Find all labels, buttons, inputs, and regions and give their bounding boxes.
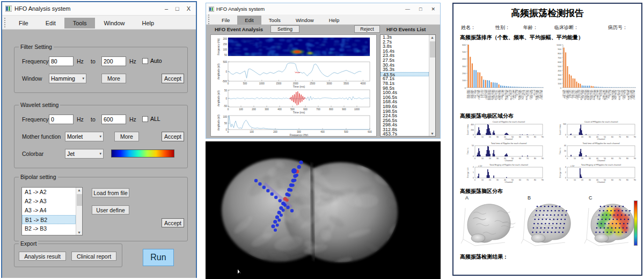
- brain-3d-view[interactable]: [206, 141, 441, 279]
- clinical-report-page: 高频振荡检测报告 姓名： 性别： 年龄： 临床诊断： 病历号： 高频振荡排序（个…: [452, 3, 642, 276]
- svg-text:0: 0: [473, 177, 474, 179]
- list-item[interactable]: A2 -> A3: [22, 197, 76, 206]
- svg-text:50: 50: [224, 54, 228, 56]
- bipolar-accept-button[interactable]: Accept: [162, 218, 184, 227]
- svg-text:4: 4: [565, 166, 566, 168]
- svg-text:500: 500: [243, 82, 247, 85]
- svg-text:100: 100: [250, 131, 254, 133]
- filter-frequency-label: Frequency: [22, 58, 49, 65]
- svg-text:60: 60: [611, 136, 613, 138]
- svg-text:600: 600: [368, 131, 372, 133]
- wavelet-freq-to-input[interactable]: [101, 115, 126, 124]
- svg-text:200: 200: [223, 38, 227, 40]
- svg-text:100: 100: [239, 108, 243, 111]
- minimize-button[interactable]: —: [405, 6, 410, 12]
- list-item[interactable]: B2 -> B3: [22, 224, 76, 233]
- svg-text:800: 800: [558, 52, 561, 55]
- analysis-result-button[interactable]: Analysis result: [19, 252, 66, 261]
- menu-item-file[interactable]: File: [10, 18, 37, 28]
- filter-accept-button[interactable]: Accept: [162, 74, 184, 83]
- wavelet-freq-from-input[interactable]: [49, 115, 74, 124]
- svg-text:20: 20: [489, 158, 491, 160]
- svg-text:10: 10: [574, 179, 576, 181]
- menu-item-tools[interactable]: Tools: [64, 18, 96, 28]
- scroll-up-icon[interactable]: ▲: [430, 35, 434, 40]
- svg-text:0: 0: [474, 158, 475, 160]
- scrollbar-thumb[interactable]: [77, 194, 82, 206]
- svg-text:1000: 1000: [259, 82, 265, 85]
- setting-button[interactable]: Setting: [270, 25, 299, 33]
- wavelet-accept-button[interactable]: Accept: [162, 132, 184, 141]
- list-item[interactable]: A1 -> A2: [22, 188, 76, 197]
- wavelet-mother-combo[interactable]: Morlet ▾: [65, 132, 104, 141]
- list-item[interactable]: 453.7s: [380, 132, 429, 137]
- left-window-body: Filter Setting Frequency Hz to Hz Auto W…: [2, 30, 196, 278]
- ranking-chart-left: 0100200300400500600P3B1-P3B2P3B2-P3B3P3B…: [456, 41, 548, 110]
- load-from-file-button[interactable]: Load from file: [92, 188, 129, 197]
- reject-button[interactable]: Reject: [354, 25, 380, 33]
- hist-ripple-time: Total time of Ripples for each channel05…: [462, 141, 547, 162]
- export-group: Export Analysis result Clinical report: [14, 244, 122, 267]
- svg-text:900: 900: [342, 108, 346, 111]
- svg-text:Channel: Channel: [505, 138, 513, 140]
- svg-text:300: 300: [462, 65, 466, 68]
- menu-item-edit[interactable]: Edit: [37, 18, 64, 28]
- menu-item-help[interactable]: Help: [134, 18, 163, 28]
- minimize-button[interactable]: –: [165, 5, 168, 12]
- list-item[interactable]: A3 -> A4: [22, 206, 76, 215]
- svg-text:80: 80: [626, 158, 628, 160]
- filter-to-label: to: [91, 58, 96, 65]
- svg-text:400: 400: [462, 58, 466, 60]
- bipolar-listbox[interactable]: A1 -> A2A2 -> A3A3 -> A4B1 -> B2B2 -> B3…: [21, 187, 83, 235]
- events-listbox[interactable]: 1.3s2.7s3.8s16.4s23.4s27.5s30.4s35.3s43.…: [380, 34, 436, 137]
- list-item[interactable]: 35.3s: [380, 67, 429, 72]
- filter-freq-from-input[interactable]: [49, 56, 74, 66]
- menu-item-tools[interactable]: Tools: [261, 16, 288, 25]
- filter-auto-checkbox[interactable]: Auto: [142, 58, 162, 64]
- left-menubar: FileEditToolsWindowHelp: [2, 16, 196, 30]
- bipolar-scrollbar[interactable]: ▲ ▼: [76, 188, 82, 235]
- clinical-report-button[interactable]: Clinical report: [71, 252, 116, 261]
- scroll-down-icon[interactable]: ▼: [77, 230, 81, 235]
- filter-freq-to-input[interactable]: [101, 56, 126, 66]
- events-scrollbar[interactable]: ▲ ▼: [429, 35, 435, 136]
- wavelet-colorbar-combo[interactable]: Jet ▾: [65, 149, 104, 159]
- menu-item-help[interactable]: Help: [321, 16, 347, 25]
- section-electrode-dist: 高频振荡电极区域分布: [460, 112, 514, 120]
- svg-text:400: 400: [558, 69, 561, 72]
- svg-text:100: 100: [223, 116, 227, 118]
- menu-item-file[interactable]: File: [214, 16, 237, 25]
- filter-more-button[interactable]: More: [101, 74, 126, 83]
- svg-text:50: 50: [224, 122, 228, 125]
- user-define-button[interactable]: User define: [92, 205, 129, 214]
- menu-item-edit[interactable]: Edit: [237, 16, 261, 25]
- list-item[interactable]: B1 -> B2: [22, 215, 76, 224]
- scrollbar-thumb[interactable]: [430, 41, 435, 58]
- svg-text:90: 90: [541, 179, 544, 181]
- filter-window-combo[interactable]: Hamming ▾: [49, 74, 86, 83]
- maximize-button[interactable]: □: [175, 5, 179, 12]
- menu-item-window[interactable]: Window: [288, 16, 321, 25]
- run-button[interactable]: Run: [143, 249, 174, 266]
- wavelet-more-button[interactable]: More: [114, 132, 139, 141]
- close-button[interactable]: X: [187, 5, 191, 12]
- close-button[interactable]: ✕: [431, 6, 435, 12]
- svg-text:60: 60: [611, 179, 613, 181]
- mid-titlebar[interactable]: HFO Analysis system — □ ✕: [206, 3, 440, 15]
- svg-text:90: 90: [634, 158, 636, 160]
- svg-text:500: 500: [558, 65, 561, 68]
- scroll-up-icon[interactable]: ▲: [77, 188, 81, 192]
- svg-text:300: 300: [265, 108, 269, 111]
- wavelet-hz2-label: Hz: [129, 116, 136, 123]
- scroll-down-icon[interactable]: ▼: [430, 131, 434, 136]
- svg-text:0: 0: [225, 70, 227, 73]
- left-titlebar[interactable]: HFO Analysis system – □ X: [2, 2, 196, 16]
- svg-text:50: 50: [224, 89, 228, 92]
- svg-text:Energy / uV²: Energy / uV²: [467, 167, 469, 177]
- wavelet-all-checkbox[interactable]: ALL: [142, 116, 160, 122]
- svg-text:Count of FRipples for each cha: Count of FRipples for each channel: [584, 120, 618, 123]
- svg-text:Channel: Channel: [597, 159, 605, 162]
- maximize-button[interactable]: □: [419, 6, 422, 12]
- bipolar-setting-legend: Bipolar setting: [19, 174, 58, 180]
- menu-item-window[interactable]: Window: [95, 18, 133, 28]
